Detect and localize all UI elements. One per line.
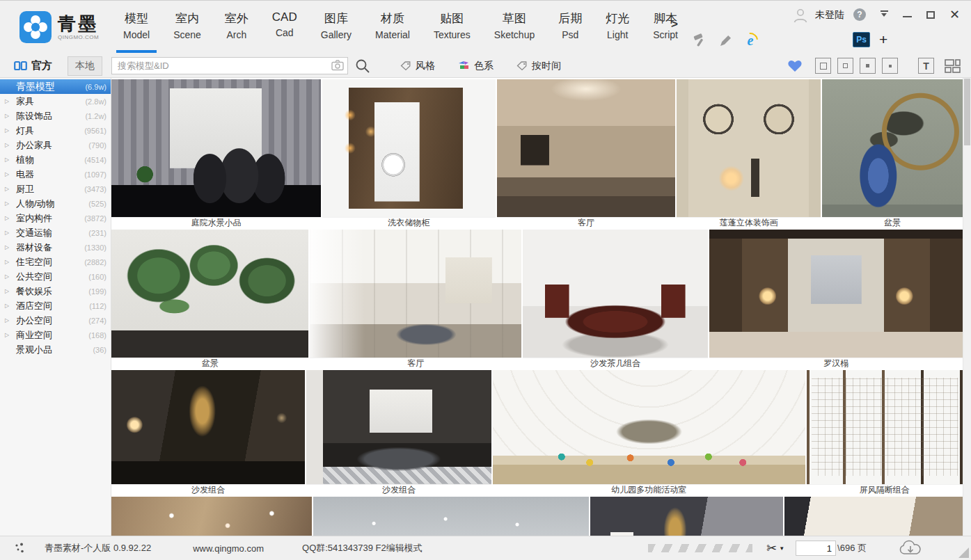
expand-arrow-icon[interactable]: ▷: [5, 332, 9, 338]
model-card[interactable]: 沙发组合: [306, 370, 491, 495]
expand-arrow-icon[interactable]: ▷: [5, 244, 9, 250]
collapse-icon[interactable]: [881, 10, 888, 19]
source-tab-local[interactable]: 本地: [68, 56, 102, 76]
tab-model[interactable]: 模型Model: [111, 1, 161, 54]
hammer-icon[interactable]: [693, 33, 708, 48]
sidebar-item-12[interactable]: ▷住宅空间(2882): [0, 255, 111, 269]
sidebar-item-1[interactable]: ▷家具(2.8w): [0, 94, 111, 109]
ie-browser-icon[interactable]: e: [743, 33, 758, 48]
expand-arrow-icon[interactable]: ▷: [5, 98, 9, 104]
add-integration-button[interactable]: +: [879, 33, 887, 47]
login-status-label[interactable]: 未登陆: [815, 9, 844, 22]
more-tabs-button[interactable]: >: [671, 17, 678, 31]
favorites-heart-icon[interactable]: [787, 59, 803, 73]
pen-icon[interactable]: [718, 33, 732, 47]
tab-arch[interactable]: 室外Arch: [213, 1, 260, 54]
maximize-button[interactable]: [926, 11, 935, 19]
sidebar-item-15[interactable]: ▷酒店空间(112): [0, 298, 111, 313]
sidebar-item-13[interactable]: ▷公共空间(160): [0, 269, 111, 284]
tab-sketchup[interactable]: 草图Sketchup: [482, 1, 546, 54]
model-card[interactable]: 客厅: [497, 79, 676, 228]
model-card[interactable]: 庭院水景小品: [111, 79, 321, 228]
user-zone[interactable]: 未登陆: [792, 7, 844, 24]
image-search-icon[interactable]: [331, 60, 344, 71]
scissors-icon[interactable]: ✂: [766, 541, 777, 556]
expand-arrow-icon[interactable]: ▷: [5, 127, 9, 134]
sidebar-item-18[interactable]: 景观小品(36): [0, 342, 111, 357]
model-card[interactable]: 幼儿园多功能活动室: [493, 370, 805, 495]
model-thumbnail[interactable]: [310, 230, 521, 358]
sidebar-item-4[interactable]: ▷办公家具(790): [0, 138, 111, 152]
expand-arrow-icon[interactable]: ▷: [5, 200, 9, 207]
model-thumbnail[interactable]: [497, 79, 676, 217]
scissors-dropdown-icon[interactable]: ▼: [779, 545, 784, 552]
cut-tool-button[interactable]: ✂ ▼: [766, 541, 784, 556]
model-thumbnail[interactable]: [111, 230, 308, 358]
sidebar-item-17[interactable]: ▷商业空间(168): [0, 328, 111, 342]
model-card[interactable]: [313, 497, 589, 536]
expand-arrow-icon[interactable]: ▷: [5, 157, 9, 163]
filter-1[interactable]: 色系: [458, 60, 494, 72]
model-thumbnail[interactable]: [111, 497, 312, 536]
help-icon[interactable]: ?: [853, 8, 866, 21]
scatter-dots-icon[interactable]: [14, 542, 26, 554]
tab-psd[interactable]: 后期Psd: [546, 1, 594, 54]
sidebar-item-14[interactable]: ▷餐饮娱乐(199): [0, 284, 111, 298]
model-thumbnail[interactable]: [784, 497, 963, 536]
sidebar-item-6[interactable]: ▷电器(1097): [0, 167, 111, 182]
model-thumbnail[interactable]: [677, 79, 821, 217]
model-thumbnail[interactable]: [709, 230, 963, 358]
cloud-download-icon[interactable]: [899, 540, 922, 557]
tab-textures[interactable]: 贴图Textures: [422, 1, 482, 54]
sidebar-item-11[interactable]: ▷器材设备(1330): [0, 240, 111, 255]
model-card[interactable]: 沙发茶几组合: [523, 230, 708, 369]
model-thumbnail[interactable]: [493, 370, 805, 484]
sidebar-item-9[interactable]: ▷室内构件(3872): [0, 211, 111, 225]
sidebar-item-8[interactable]: ▷人物/动物(525): [0, 196, 111, 211]
model-thumbnail[interactable]: [590, 497, 782, 536]
minimize-button[interactable]: [903, 16, 912, 17]
page-input[interactable]: [796, 541, 836, 556]
expand-arrow-icon[interactable]: ▷: [5, 303, 9, 309]
model-card[interactable]: 罗汉榻: [709, 230, 963, 369]
vertical-scrollbar[interactable]: [963, 78, 971, 536]
expand-arrow-icon[interactable]: ▷: [5, 142, 9, 148]
sidebar-item-10[interactable]: ▷交通运输(231): [0, 225, 111, 240]
thumb-size-xlarge-button[interactable]: [815, 58, 831, 74]
expand-arrow-icon[interactable]: ▷: [5, 273, 9, 280]
scrollbar-thumb[interactable]: [964, 79, 970, 145]
expand-arrow-icon[interactable]: ▷: [5, 186, 9, 192]
model-card[interactable]: 盆景: [111, 230, 308, 369]
tab-material[interactable]: 材质Material: [363, 1, 422, 54]
search-input[interactable]: [111, 57, 348, 74]
tab-gallery[interactable]: 图库Gallery: [309, 1, 363, 54]
thumb-size-small-button[interactable]: [882, 58, 898, 74]
model-thumbnail[interactable]: [822, 79, 963, 217]
expand-arrow-icon[interactable]: ▷: [5, 259, 9, 265]
source-tab-official[interactable]: 官方: [14, 59, 52, 72]
model-thumbnail[interactable]: [111, 79, 321, 217]
website-link[interactable]: www.qingmo.com: [193, 543, 264, 554]
model-card[interactable]: 洗衣储物柜: [322, 79, 496, 228]
model-thumbnail[interactable]: [322, 79, 496, 217]
expand-arrow-icon[interactable]: ▷: [5, 113, 9, 119]
filter-0[interactable]: 风格: [400, 60, 435, 72]
sidebar-item-5[interactable]: ▷植物(4514): [0, 152, 111, 167]
model-thumbnail[interactable]: [313, 497, 589, 536]
model-thumbnail[interactable]: [306, 370, 491, 484]
model-card[interactable]: [111, 497, 312, 536]
thumb-size-large-button[interactable]: [837, 58, 853, 74]
sidebar-item-16[interactable]: ▷办公空间(274): [0, 313, 111, 328]
tab-script[interactable]: 脚本Script: [641, 1, 690, 54]
model-card[interactable]: [784, 497, 963, 536]
tab-cad[interactable]: CADCad: [260, 1, 309, 54]
expand-arrow-icon[interactable]: ▷: [5, 317, 9, 323]
model-card[interactable]: [590, 497, 782, 536]
tab-scene[interactable]: 室内Scene: [161, 1, 213, 54]
model-card[interactable]: 客厅: [310, 230, 521, 369]
resize-grip[interactable]: [958, 547, 969, 558]
caption-toggle-button[interactable]: T: [918, 58, 934, 74]
filter-2[interactable]: 按时间: [516, 60, 561, 72]
sidebar-item-2[interactable]: ▷陈设饰品(1.2w): [0, 109, 111, 123]
expand-arrow-icon[interactable]: ▷: [5, 171, 9, 177]
